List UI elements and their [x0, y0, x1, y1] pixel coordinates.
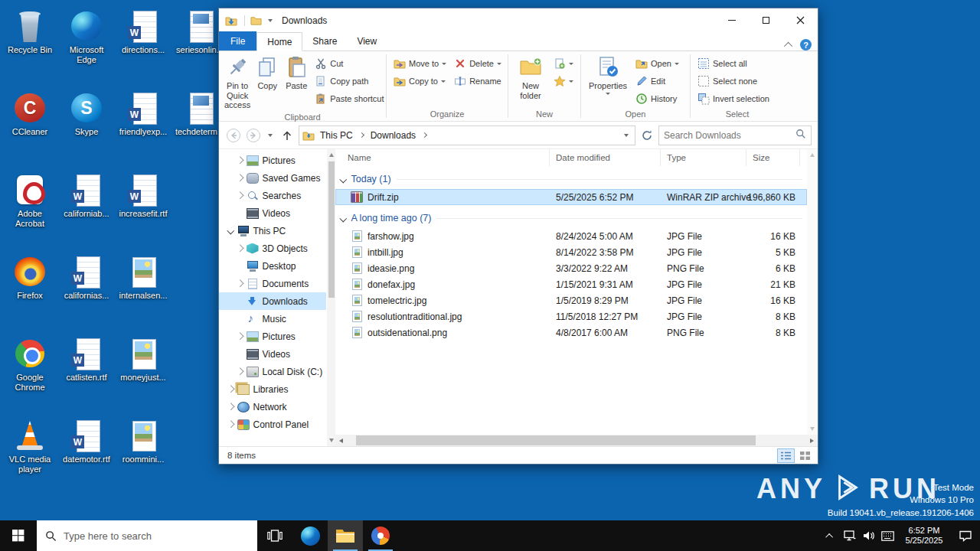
qat-folder-icon[interactable]	[249, 14, 263, 28]
nav-item[interactable]: Searches	[219, 187, 326, 204]
nav-scrollbar[interactable]	[327, 149, 335, 446]
select-all-button[interactable]: Select all	[695, 56, 772, 71]
recent-locations-chevron-icon[interactable]	[268, 134, 273, 137]
action-center-button[interactable]	[951, 520, 980, 551]
group-header[interactable]: A long time ago (7)	[335, 208, 807, 228]
refresh-button[interactable]	[639, 127, 655, 144]
tab-share[interactable]: Share	[302, 32, 347, 51]
column-header-type[interactable]: Type	[661, 149, 746, 166]
rename-button[interactable]: Rename	[452, 73, 504, 89]
task-view-button[interactable]	[257, 520, 292, 551]
maximize-button[interactable]	[749, 8, 783, 32]
file-row[interactable]: intbill.jpg 8/14/2022 3:58 PM JPG File 5…	[335, 244, 807, 260]
breadcrumb-separator-icon[interactable]	[422, 132, 427, 138]
nav-item[interactable]: Videos	[219, 345, 326, 363]
scroll-up-icon[interactable]	[810, 153, 815, 157]
scrollbar-track[interactable]	[347, 435, 806, 446]
large-icons-view-button[interactable]	[796, 448, 814, 463]
open-dropdown-icon[interactable]	[675, 63, 679, 65]
tab-view[interactable]: View	[347, 32, 387, 51]
breadcrumb-separator-icon[interactable]	[359, 132, 364, 138]
column-header-name[interactable]: Name	[335, 149, 550, 166]
minimize-button[interactable]	[714, 8, 749, 32]
close-button[interactable]	[783, 8, 818, 32]
file-row[interactable]: resolutiontraditional.jpg 11/5/2018 12:2…	[335, 308, 807, 324]
tab-file[interactable]: File	[219, 31, 256, 51]
easy-access-dropdown-icon[interactable]	[569, 80, 573, 83]
properties-button[interactable]: Properties	[584, 54, 632, 96]
delete-button[interactable]: Delete	[452, 56, 504, 71]
nav-item[interactable]: Local Disk (C:)	[219, 363, 326, 380]
chevron-icon[interactable]	[237, 368, 243, 375]
nav-item[interactable]: Control Panel	[219, 416, 326, 433]
desktop-icon[interactable]: Firefox	[2, 252, 58, 334]
scroll-down-icon[interactable]	[329, 439, 334, 442]
nav-item[interactable]: 3D Objects	[219, 240, 326, 257]
address-dropdown-chevron-icon[interactable]	[624, 134, 629, 137]
move-to-dropdown-icon[interactable]	[442, 63, 446, 65]
new-folder-button[interactable]: New folder	[511, 54, 550, 102]
nav-item[interactable]: Documents	[219, 275, 326, 292]
properties-dropdown-icon[interactable]	[606, 93, 610, 95]
tab-home[interactable]: Home	[256, 32, 302, 51]
taskbar-clock[interactable]: 6:52 PM 5/25/2025	[897, 526, 951, 546]
qat-customize-chevron-icon[interactable]	[268, 19, 273, 22]
nav-item[interactable]: Network	[219, 398, 326, 416]
chevron-icon[interactable]	[237, 280, 243, 287]
file-row[interactable]: ideasie.png 3/3/2022 9:22 AM PNG File 6 …	[335, 260, 807, 276]
desktop[interactable]: Recycle Bin CCleaner Adobe Acrobat Firef…	[0, 0, 980, 520]
taskbar-edge-button[interactable]	[292, 520, 328, 551]
group-collapse-icon[interactable]	[340, 214, 347, 221]
desktop-icon[interactable]: datemotor.rtf	[58, 416, 115, 497]
open-button[interactable]: Open	[633, 56, 681, 71]
nav-item[interactable]: Saved Games	[219, 169, 326, 187]
file-row[interactable]: donefax.jpg 1/15/2021 9:31 AM JPG File 2…	[335, 276, 807, 292]
desktop-icon[interactable]: moneyjust...	[115, 334, 172, 416]
desktop-icon[interactable]: CCleaner	[2, 88, 58, 170]
new-item-button[interactable]	[551, 56, 576, 71]
desktop-icon[interactable]: directions...	[115, 6, 172, 88]
scroll-right-icon[interactable]	[806, 435, 818, 446]
cut-button[interactable]: Cut	[312, 56, 386, 71]
copy-to-button[interactable]: Copy to	[391, 73, 449, 89]
desktop-icon[interactable]: roommini...	[115, 416, 172, 497]
nav-item[interactable]: Desktop	[219, 257, 326, 275]
help-icon[interactable]	[800, 39, 812, 51]
search-input[interactable]	[664, 130, 795, 141]
nav-item[interactable]: Pictures	[219, 152, 326, 169]
volume-tray-icon[interactable]	[859, 520, 878, 551]
chevron-icon[interactable]	[237, 192, 243, 199]
file-horizontal-scrollbar[interactable]	[335, 435, 818, 446]
taskbar-app-button[interactable]	[363, 520, 398, 551]
delete-dropdown-icon[interactable]	[497, 63, 501, 65]
history-button[interactable]: History	[633, 91, 681, 106]
desktop-icon[interactable]: Skype	[58, 88, 115, 170]
titlebar[interactable]: Downloads	[219, 8, 818, 32]
keyboard-tray-icon[interactable]	[878, 520, 897, 551]
chevron-icon[interactable]	[237, 174, 243, 181]
taskbar-file-explorer-button[interactable]	[328, 520, 363, 551]
chevron-icon[interactable]	[227, 403, 234, 410]
group-header[interactable]: Today (1)	[335, 169, 807, 189]
copy-path-button[interactable]: Copy path	[312, 73, 386, 89]
copy-button[interactable]: Copy	[253, 54, 282, 93]
forward-button[interactable]	[245, 127, 262, 144]
nav-item[interactable]: This PC	[219, 222, 326, 240]
desktop-icon[interactable]: VLC media player	[2, 416, 58, 497]
nav-item[interactable]: Pictures	[219, 328, 326, 345]
chevron-icon[interactable]	[227, 421, 234, 428]
new-item-dropdown-icon[interactable]	[569, 63, 573, 65]
details-view-button[interactable]	[777, 448, 795, 463]
column-header-date-modified[interactable]: Date modified	[550, 149, 661, 166]
file-row[interactable]: outsidenational.png 4/8/2017 6:00 AM PNG…	[335, 324, 807, 341]
column-header-size[interactable]: Size	[746, 149, 800, 166]
desktop-icon[interactable]: Microsoft Edge	[58, 6, 115, 88]
desktop-icon[interactable]: increasefit.rtf	[115, 170, 172, 252]
address-bar[interactable]: This PC Downloads	[299, 126, 635, 145]
chevron-icon[interactable]	[227, 386, 234, 393]
search-icon[interactable]	[795, 129, 806, 142]
paste-shortcut-button[interactable]: Paste shortcut	[312, 91, 386, 106]
select-none-button[interactable]: Select none	[695, 73, 772, 89]
pin-to-quick-access-button[interactable]: Pin to Quick access	[222, 54, 253, 112]
file-row[interactable]: Drift.zip 5/25/2025 6:52 PM WinRAR ZIP a…	[335, 189, 807, 205]
